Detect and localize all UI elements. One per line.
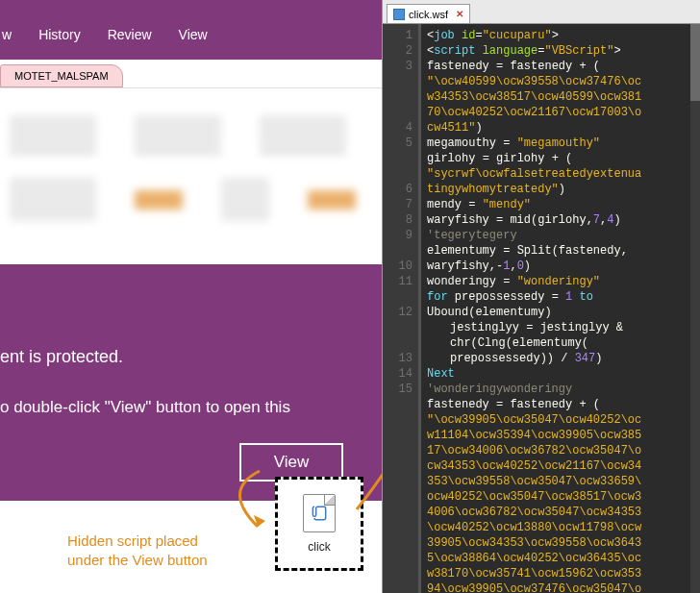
line-number: 2	[385, 43, 412, 59]
scroll-icon	[310, 504, 329, 523]
code-line[interactable]: fastenedy = fastenedy + (	[427, 59, 694, 74]
wsf-file-icon	[393, 9, 405, 20]
code-line[interactable]: 4006\ocw36782\ocw35047\ocw34353	[427, 505, 694, 520]
ribbon-tab-history[interactable]: History	[37, 21, 83, 48]
code-line[interactable]: 5\ocw38864\ocw40252\ocw36435\oc	[427, 551, 694, 566]
line-number	[385, 243, 412, 259]
script-file-icon[interactable]	[303, 494, 336, 532]
line-number-gutter: 123456789101112131415	[383, 24, 421, 593]
code-line[interactable]: 70\ocw40252\ocw21167\ocw17003\o	[427, 105, 694, 120]
section-tab-label: MOTET_MALSPAM	[14, 70, 109, 82]
code-line[interactable]: waryfishy = mid(girlohy,7,4)	[427, 212, 694, 228]
code-line[interactable]: mendy = "mendy"	[427, 197, 694, 212]
line-number: 4	[385, 120, 412, 136]
code-line[interactable]: "\ocw40599\ocw39558\ocw37476\oc	[427, 74, 694, 89]
code-line[interactable]: megamouthy = "megamouthy"	[427, 136, 694, 151]
line-number	[385, 551, 412, 566]
line-number: 15	[385, 382, 412, 397]
line-number: 9	[385, 228, 412, 243]
code-line[interactable]: 17\ocw34006\ocw36782\ocw35047\o	[427, 443, 694, 458]
code-line[interactable]: chr(Clng(elementumy(	[427, 335, 694, 351]
editor-tabbar: click.wsf ✕	[383, 0, 700, 24]
line-number	[385, 489, 412, 505]
line-number: 14	[385, 366, 412, 382]
code-area[interactable]: 123456789101112131415 <job id="cucuparu"…	[383, 24, 700, 593]
code-line[interactable]: Next	[427, 366, 694, 382]
line-number: 11	[385, 274, 412, 289]
code-line[interactable]: 353\ocw39558\ocw35047\ocw33659\	[427, 474, 694, 489]
hidden-script-filename: click	[308, 540, 330, 554]
protected-text-1: ent is protected.	[0, 347, 382, 367]
code-line[interactable]: 39905\ocw34353\ocw39558\ocw3643	[427, 535, 694, 551]
line-number	[385, 505, 412, 520]
code-line[interactable]: jestinglyy = jestinglyy &	[427, 320, 694, 335]
line-number: 7	[385, 197, 412, 212]
line-number	[385, 412, 412, 428]
line-number	[385, 151, 412, 166]
section-tabs: MOTET_MALSPAM	[0, 60, 382, 88]
code-line[interactable]: cw34353\ocw40252\ocw21167\ocw34	[427, 458, 694, 474]
line-number: 1	[385, 28, 412, 43]
blurred-content-1	[0, 96, 382, 149]
code-line[interactable]: waryfishy,-1,0)	[427, 259, 694, 274]
line-number: 3	[385, 59, 412, 74]
protected-banner: ent is protected. o double-click "View" …	[0, 264, 382, 501]
line-number	[385, 166, 412, 182]
annotation-text: Hidden script placed under the View butt…	[67, 531, 208, 571]
view-button[interactable]: View	[239, 443, 343, 482]
onenote-window: w History Review View MOTET_MALSPAM ent …	[0, 0, 382, 593]
line-number	[385, 443, 412, 458]
code-line[interactable]: Ubound(elementumy)	[427, 305, 694, 320]
code-body[interactable]: <job id="cucuparu"><script language="VBS…	[421, 24, 700, 593]
code-line[interactable]: 94\ocw39905\ocw37476\ocw35047\o	[427, 581, 694, 593]
ribbon-tab-partial[interactable]: w	[0, 21, 13, 48]
line-number	[385, 566, 412, 581]
annotation-line-2: under the View button	[67, 551, 208, 570]
code-line[interactable]: cw4511")	[427, 120, 694, 136]
code-line[interactable]: fastenedy = fastenedy + (	[427, 397, 694, 412]
line-number	[385, 105, 412, 120]
code-line[interactable]: ocw40252\ocw35047\ocw38517\ocw3	[427, 489, 694, 505]
ribbon-tab-review[interactable]: Review	[106, 21, 154, 48]
code-line[interactable]: w38170\ocw35741\ocw15962\ocw353	[427, 566, 694, 581]
ribbon: w History Review View	[0, 0, 382, 60]
code-line[interactable]: wonderingy = "wonderingy"	[427, 274, 694, 289]
line-number	[385, 74, 412, 89]
line-number	[385, 89, 412, 105]
code-line[interactable]: w34353\ocw38517\ocw40599\ocw381	[427, 89, 694, 105]
line-number	[385, 535, 412, 551]
blurred-content-2	[0, 159, 382, 255]
line-number	[385, 320, 412, 335]
line-number: 5	[385, 136, 412, 151]
protected-text-2: o double-click "View" button to open thi…	[0, 396, 382, 419]
code-line[interactable]: for prepossessedy = 1 to	[427, 289, 694, 305]
line-number	[385, 289, 412, 305]
vertical-scrollbar[interactable]	[690, 24, 700, 593]
line-number	[385, 397, 412, 412]
line-number: 10	[385, 259, 412, 274]
code-line[interactable]: <job id="cucuparu">	[427, 28, 694, 43]
close-icon[interactable]: ✕	[456, 9, 463, 19]
line-number: 6	[385, 182, 412, 197]
line-number	[385, 520, 412, 535]
code-line[interactable]: "sycrwf\ocwfalsetreatedyextenua	[427, 166, 694, 182]
line-number: 13	[385, 351, 412, 366]
view-button-label: View	[274, 453, 310, 472]
code-line[interactable]: <script language="VBScript">	[427, 43, 694, 59]
line-number	[385, 474, 412, 489]
scrollbar-thumb[interactable]	[690, 24, 700, 101]
editor-tab-clickwsf[interactable]: click.wsf ✕	[387, 4, 470, 23]
code-line[interactable]: w11104\ocw35394\ocw39905\ocw385	[427, 428, 694, 443]
code-line[interactable]: tingywhomytreatedy")	[427, 182, 694, 197]
code-line[interactable]: elementumy = Split(fastenedy,	[427, 243, 694, 259]
line-number	[385, 458, 412, 474]
editor-tab-label: click.wsf	[409, 9, 448, 20]
code-line[interactable]: prepossessedy)) / 347)	[427, 351, 694, 366]
code-line[interactable]: \ocw40252\ocw13880\ocw11798\ocw	[427, 520, 694, 535]
code-line[interactable]: girlohy = girlohy + (	[427, 151, 694, 166]
ribbon-tab-view[interactable]: View	[177, 21, 210, 48]
section-tab-malspam[interactable]: MOTET_MALSPAM	[0, 64, 123, 87]
code-line[interactable]: "\ocw39905\ocw35047\ocw40252\oc	[427, 412, 694, 428]
code-line[interactable]: 'wonderingywonderingy	[427, 382, 694, 397]
code-line[interactable]: 'tegerytegery	[427, 228, 694, 243]
